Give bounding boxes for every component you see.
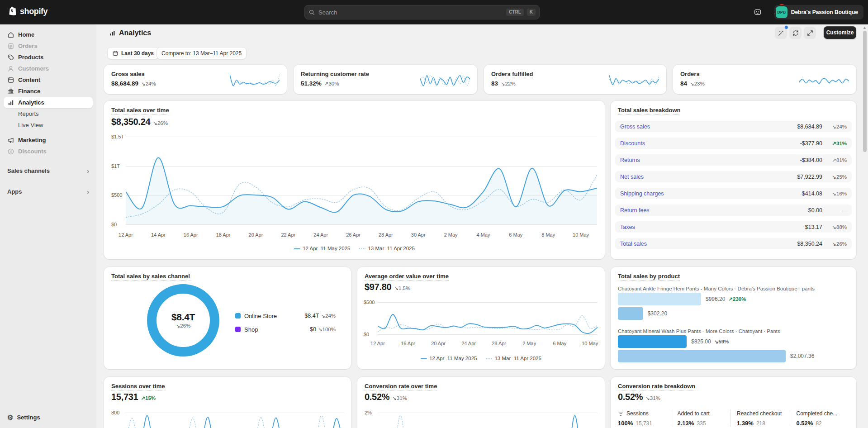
chart-title: Conversion rate breakdown bbox=[618, 383, 695, 390]
total-sales-by-product-card[interactable]: Total sales by product Chatoyant Ankle F… bbox=[611, 267, 856, 369]
total-sales-over-time-card[interactable]: Total sales over time $8,350.24 ↘26% $1.… bbox=[104, 101, 605, 259]
x-axis: 12 Apr16 Apr20 Apr24 Apr28 Apr2 May6 May… bbox=[378, 341, 598, 347]
sidebar-item-label: Orders bbox=[18, 43, 38, 49]
legend-current: 12 Apr–11 May 2025 bbox=[294, 246, 350, 251]
bar-current[interactable] bbox=[618, 335, 687, 348]
shopify-wordmark: shopify bbox=[20, 7, 47, 16]
x-axis-tick: 24 Apr bbox=[313, 232, 328, 238]
table-row: Total sales $8,350.24 ↘26% bbox=[615, 238, 852, 249]
bar-current[interactable] bbox=[618, 293, 701, 305]
sidebar-item-label: Home bbox=[18, 31, 34, 38]
metric-link[interactable]: Shipping charges bbox=[620, 190, 802, 197]
chart-value: $8,350.24 bbox=[111, 117, 150, 127]
metric-link[interactable]: Taxes bbox=[620, 224, 805, 230]
x-axis-tick: 4 May bbox=[476, 232, 490, 238]
dotted-line-swatch bbox=[359, 248, 365, 249]
cycle-arrows-icon bbox=[792, 29, 799, 37]
sidebar-section-apps[interactable]: Apps › bbox=[4, 186, 93, 197]
section-label: Sales channels bbox=[7, 167, 50, 174]
inbox-chat-icon bbox=[754, 8, 762, 16]
sidebar-item-marketing[interactable]: Marketing bbox=[4, 134, 93, 146]
x-axis-tick: 28 Apr bbox=[492, 341, 506, 346]
search-input[interactable] bbox=[318, 9, 503, 16]
chart-title: Conversion rate over time bbox=[365, 383, 437, 390]
bar-previous[interactable] bbox=[618, 350, 786, 362]
metric-card-orders[interactable]: Orders 84 ↘23% bbox=[673, 65, 856, 94]
sidebar-item-discounts[interactable]: Discounts bbox=[4, 146, 93, 157]
chart-delta: ↗15% bbox=[141, 395, 156, 401]
metric-link[interactable]: Return fees bbox=[620, 207, 808, 214]
metric-delta: ↗30% bbox=[324, 81, 339, 87]
metric-card-returning-customer-rate[interactable]: Returning customer rate 51.32% ↗30% bbox=[294, 65, 477, 94]
table-row: Net sales $7,922.99 ↘25% bbox=[615, 171, 852, 182]
chart-value: $97.80 bbox=[365, 282, 391, 292]
magic-insights-button[interactable] bbox=[775, 27, 787, 39]
shopify-logo[interactable]: shopify bbox=[7, 6, 47, 17]
account-menu[interactable]: DPB Debra's Passion Boutique bbox=[774, 5, 863, 19]
customize-button[interactable]: Customize bbox=[824, 26, 856, 39]
metric-link[interactable]: Net sales bbox=[620, 174, 797, 180]
sidebar-item-reports[interactable]: Reports bbox=[4, 108, 93, 119]
y-axis-label: $0 bbox=[364, 332, 369, 337]
refresh-cycle-button[interactable] bbox=[789, 27, 802, 39]
x-axis-tick: 8 May bbox=[541, 232, 555, 238]
sidebar-item-live-view[interactable]: Live View bbox=[4, 119, 93, 131]
store-name: Debra's Passion Boutique bbox=[791, 9, 858, 15]
table-row: Shipping charges $414.08 ↘16% bbox=[615, 188, 852, 199]
chart-value: 0.52% bbox=[365, 392, 389, 402]
metric-link[interactable]: Discounts bbox=[620, 140, 800, 147]
sparkline-chart bbox=[799, 72, 849, 88]
sidebar-item-home[interactable]: Home bbox=[4, 29, 93, 40]
conversion-rate-breakdown-card[interactable]: Conversion rate breakdown 0.52% ↘31% Ses… bbox=[611, 377, 856, 428]
conversion-rate-over-time-card[interactable]: Conversion rate over time 0.52% ↘31% 2% bbox=[357, 377, 605, 428]
metric-link[interactable]: Returns bbox=[620, 157, 800, 163]
metric-card-gross-sales[interactable]: Gross sales $8,684.89 ↘24% bbox=[104, 65, 287, 94]
metric-value: 51.32% bbox=[301, 80, 322, 87]
sidebar-item-settings[interactable]: ⚙ Settings bbox=[4, 411, 93, 423]
sidebar-item-customers[interactable]: Customers bbox=[4, 63, 93, 74]
chart-title: Total sales over time bbox=[111, 107, 169, 114]
x-axis-tick: 12 Apr bbox=[119, 232, 133, 238]
x-axis-tick: 20 Apr bbox=[249, 232, 263, 238]
sidebar-item-label: Settings bbox=[17, 414, 40, 421]
y-axis-label: $500 bbox=[111, 192, 122, 198]
section-label: Apps bbox=[7, 188, 22, 195]
sparkline-chart bbox=[609, 72, 659, 88]
sidebar-item-finance[interactable]: Finance bbox=[4, 86, 93, 97]
online-store-swatch bbox=[235, 313, 241, 319]
shopify-admin-analytics-page: shopify CTRL K 1 DPB bbox=[0, 0, 868, 428]
sidebar-section-sales-channels[interactable]: Sales channels › bbox=[4, 165, 93, 176]
sidebar-item-products[interactable]: Products bbox=[4, 52, 93, 63]
compare-to-button[interactable]: Compare to: 13 Mar–11 Apr 2025 bbox=[157, 47, 247, 59]
sidebar-item-label: Live View bbox=[18, 122, 43, 128]
table-row: Return fees $0.00 — bbox=[615, 204, 852, 216]
bar-previous[interactable] bbox=[618, 307, 643, 320]
sidebar-item-orders[interactable]: Orders bbox=[4, 40, 93, 52]
scroll-up-arrow[interactable]: ▲ bbox=[863, 25, 867, 30]
total-sales-by-channel-card[interactable]: Total sales by sales channel $8.4T ↘26% … bbox=[104, 267, 351, 369]
sessions-over-time-card[interactable]: Sessions over time 15,731 ↗15% 800 bbox=[104, 377, 351, 428]
metric-link[interactable]: Gross sales bbox=[620, 124, 797, 130]
x-axis-tick: 6 May bbox=[553, 341, 566, 346]
product-bar-row: $996.20↗230% bbox=[618, 293, 849, 305]
metric-card-orders-fulfilled[interactable]: Orders fulfilled 83 ↘22% bbox=[484, 65, 666, 94]
sidebar-item-content[interactable]: Content bbox=[4, 74, 93, 86]
table-row: Returns -$384.00 ↗81% bbox=[615, 154, 852, 166]
solid-line-swatch bbox=[294, 248, 300, 249]
chart-title: Sessions over time bbox=[111, 383, 165, 390]
conversion-line-chart bbox=[378, 413, 598, 428]
legend-current: 12 Apr–11 May 2025 bbox=[421, 356, 477, 361]
x-axis-tick: 26 Apr bbox=[346, 232, 360, 238]
product-name: Chatoyant Ankle Fringe Hem Pants - Many … bbox=[618, 286, 849, 291]
metric-link[interactable]: Total sales bbox=[620, 241, 797, 247]
expand-arrows-icon bbox=[806, 29, 814, 37]
fullscreen-button[interactable] bbox=[804, 27, 816, 39]
global-search[interactable]: CTRL K bbox=[304, 5, 540, 19]
x-axis-tick: 30 Apr bbox=[411, 232, 426, 238]
scrollbar-thumb[interactable] bbox=[863, 31, 867, 152]
date-range-button[interactable]: Last 30 days bbox=[107, 47, 159, 59]
table-title: Total sales breakdown bbox=[618, 107, 680, 114]
sidebar-item-analytics[interactable]: Analytics bbox=[4, 97, 93, 108]
inbox-button[interactable] bbox=[751, 6, 764, 19]
average-order-value-card[interactable]: Average order value over time $97.80 ↘1.… bbox=[357, 267, 605, 369]
